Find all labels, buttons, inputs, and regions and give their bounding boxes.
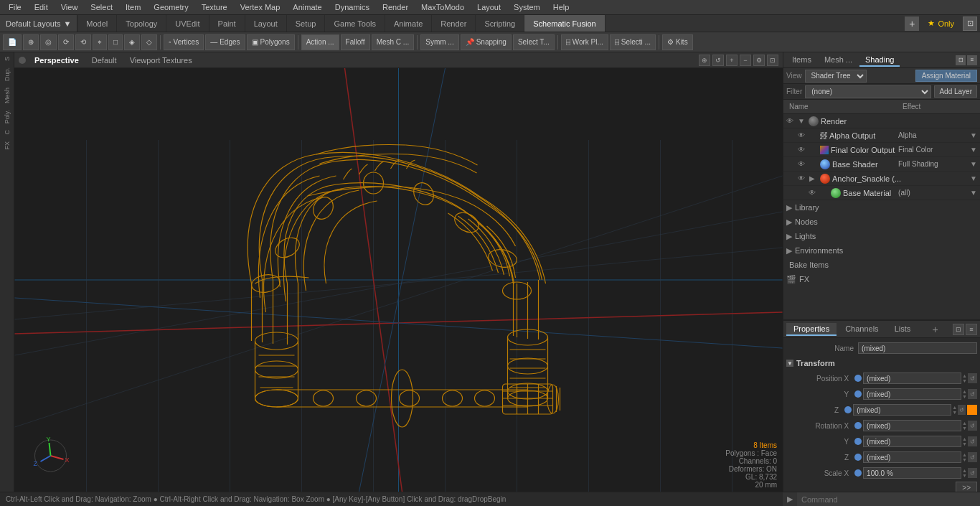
vp-center-btn[interactable]: ⊕: [699, 55, 710, 66]
rot-z-reset[interactable]: ↺: [968, 452, 977, 462]
pos-x-dot[interactable]: [854, 375, 862, 382]
pos-z-reset[interactable]: ↺: [958, 405, 966, 415]
menu-help[interactable]: Help: [547, 1, 575, 13]
pos-y-down[interactable]: ▼: [962, 394, 967, 399]
rot-z-down[interactable]: ▼: [962, 457, 967, 462]
menu-item[interactable]: Item: [120, 1, 146, 13]
tree-row-shader[interactable]: 👁 Base Shader Full Shading ▼: [783, 157, 980, 172]
layout-tab-animate[interactable]: Animate: [385, 15, 432, 32]
prop-settings-btn[interactable]: ≡: [966, 324, 977, 335]
star-only-toggle[interactable]: ★ Only: [922, 19, 960, 28]
tree-row-basematerial[interactable]: 👁 Base Material (all) ▼: [783, 186, 980, 200]
rot-y-reset[interactable]: ↺: [968, 436, 977, 446]
layout-tab-render[interactable]: Render: [432, 15, 476, 32]
eye-icon-alpha[interactable]: 👁: [798, 131, 808, 139]
pos-z-up[interactable]: ▲: [952, 405, 957, 410]
view-select[interactable]: Shader Tree: [805, 70, 867, 83]
rot-y-dot[interactable]: [854, 438, 862, 445]
prop-tab-properties[interactable]: Properties: [786, 323, 837, 336]
action-button[interactable]: Action ...: [301, 34, 339, 50]
pos-z-input[interactable]: [853, 404, 951, 416]
rot-x-dot[interactable]: [854, 422, 862, 429]
rot-z-dot[interactable]: [854, 454, 862, 461]
pos-y-reset[interactable]: ↺: [968, 389, 977, 399]
scale-x-reset[interactable]: ↺: [968, 468, 977, 478]
scale-x-input[interactable]: [863, 467, 961, 479]
vertices-button[interactable]: ◦ Vertices: [164, 34, 204, 50]
tree-row-render[interactable]: 👁 ▼ Render: [783, 114, 980, 128]
expand-icon-material[interactable]: ▶: [809, 174, 818, 182]
pos-x-up[interactable]: ▲: [962, 373, 967, 378]
eye-icon-render[interactable]: 👁: [786, 117, 796, 125]
symm-button[interactable]: Symm ...: [420, 34, 458, 50]
tree-row-material[interactable]: 👁 ▶ Anchor_Snackle (... ▼: [783, 172, 980, 186]
tool-new[interactable]: 📄: [3, 34, 22, 50]
menu-maxtomodo[interactable]: MaxToModo: [415, 1, 470, 13]
pos-y-up[interactable]: ▲: [962, 389, 967, 394]
layout-tab-topology[interactable]: Topology: [117, 15, 166, 32]
section-nodes[interactable]: ▶ Nodes: [783, 215, 980, 229]
rot-z-up[interactable]: ▲: [962, 452, 967, 457]
prop-tab-channels[interactable]: Channels: [838, 323, 885, 336]
pos-x-input[interactable]: [863, 373, 961, 384]
rot-y-input[interactable]: [863, 436, 961, 447]
menu-render[interactable]: Render: [377, 1, 414, 13]
section-lights[interactable]: ▶ Lights: [783, 229, 980, 243]
sidebar-item-poly[interactable]: Poly.: [2, 107, 12, 126]
rot-x-reset[interactable]: ↺: [968, 421, 977, 431]
menu-edit[interactable]: Edit: [29, 1, 54, 13]
sidebar-item-mesh[interactable]: Mesh: [2, 85, 12, 106]
expand-icon-render[interactable]: ▼: [798, 117, 806, 125]
section-library[interactable]: ▶ Library: [783, 200, 980, 215]
snapping-button[interactable]: 📌 Snapping: [461, 34, 512, 50]
panel-settings-btn[interactable]: ≡: [967, 55, 977, 65]
menu-layout[interactable]: Layout: [471, 1, 507, 13]
transform-toggle[interactable]: ▼: [786, 360, 793, 367]
expand-properties-btn[interactable]: >>: [956, 482, 977, 492]
add-layout-button[interactable]: +: [905, 17, 919, 31]
selecti-button[interactable]: ⌸ Selecti ...: [610, 34, 656, 50]
layout-tab-uvedit[interactable]: UVEdit: [166, 15, 209, 32]
tool-rotate[interactable]: ⟳: [58, 34, 74, 50]
layout-tab-layout[interactable]: Layout: [245, 15, 287, 32]
rot-y-up[interactable]: ▲: [962, 436, 967, 441]
name-input[interactable]: [858, 342, 977, 354]
prop-expand-btn[interactable]: ⊡: [953, 324, 964, 335]
tool-shield2[interactable]: ◇: [141, 34, 157, 50]
pos-y-dot[interactable]: [854, 390, 862, 398]
polygons-button[interactable]: ▣ Polygons: [247, 34, 295, 50]
pos-x-reset[interactable]: ↺: [968, 373, 977, 383]
vp-expand-btn[interactable]: ⊡: [767, 55, 778, 66]
pos-y-input[interactable]: [863, 388, 961, 400]
work-pl-button[interactable]: ⌸ Work Pl...: [561, 34, 608, 50]
add-layer-button[interactable]: Add Layer: [934, 85, 977, 98]
eye-icon-shader[interactable]: 👁: [798, 160, 808, 168]
sidebar-item-dup[interactable]: Dup.: [2, 65, 12, 84]
menu-system[interactable]: System: [508, 1, 546, 13]
rp-tab-shading[interactable]: Shading: [859, 54, 900, 67]
rot-x-input[interactable]: [863, 420, 961, 431]
menu-animate[interactable]: Animate: [287, 1, 327, 13]
layout-tab-setup[interactable]: Setup: [287, 15, 326, 32]
vp-zoom-in-btn[interactable]: +: [726, 55, 738, 66]
scale-x-down[interactable]: ▼: [962, 473, 967, 478]
command-arrow[interactable]: ▶: [783, 495, 797, 504]
sidebar-item-s[interactable]: S: [2, 54, 12, 64]
rot-y-down[interactable]: ▼: [962, 441, 967, 446]
rot-z-input[interactable]: [863, 451, 961, 463]
viewport-tab-textures[interactable]: Viewport Textures: [126, 56, 197, 65]
pos-z-down[interactable]: ▼: [952, 410, 957, 415]
layout-tab-schematic[interactable]: Schematic Fusion: [524, 15, 605, 32]
prop-tab-add-icon[interactable]: +: [928, 324, 943, 335]
menu-vertex-map[interactable]: Vertex Map: [235, 1, 286, 13]
filter-select[interactable]: (none): [805, 85, 931, 98]
scale-x-up[interactable]: ▲: [962, 468, 967, 473]
menu-select[interactable]: Select: [85, 1, 118, 13]
tool-transform[interactable]: ⌖: [93, 34, 107, 50]
tool-square[interactable]: □: [108, 34, 123, 50]
menu-dynamics[interactable]: Dynamics: [329, 1, 375, 13]
viewport-dot[interactable]: [19, 57, 26, 64]
prop-tab-lists[interactable]: Lists: [887, 323, 918, 336]
menu-geometry[interactable]: Geometry: [148, 1, 194, 13]
rp-tab-mesh[interactable]: Mesh ...: [819, 54, 858, 67]
